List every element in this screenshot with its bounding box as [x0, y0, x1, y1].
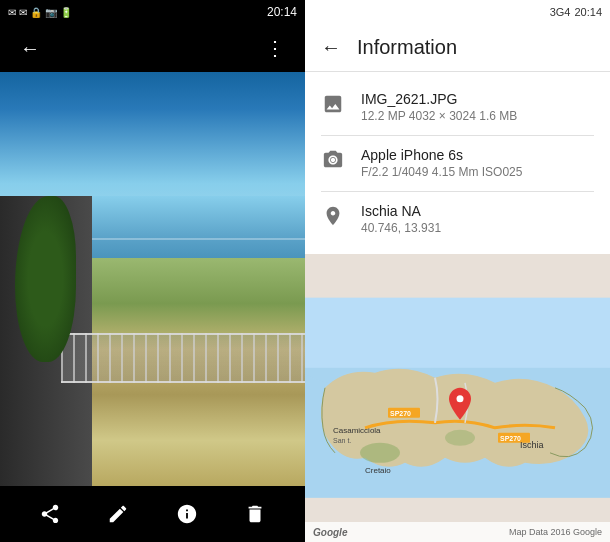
- left-toolbar: ← ⋮: [0, 24, 305, 72]
- image-info-item: IMG_2621.JPG 12.2 MP 4032 × 3024 1.6 MB: [305, 80, 610, 135]
- map-date: Map Data 2016 Google: [509, 527, 602, 537]
- info-back-button[interactable]: ←: [313, 30, 349, 66]
- more-options-button[interactable]: ⋮: [257, 30, 293, 66]
- msg-icon: ✉: [8, 7, 16, 18]
- right-status-bar: 3G4 20:14: [305, 0, 610, 24]
- svg-text:Ischia: Ischia: [520, 440, 544, 450]
- left-bottom-bar: [0, 486, 305, 542]
- image-info-text: IMG_2621.JPG 12.2 MP 4032 × 3024 1.6 MB: [361, 90, 517, 125]
- lock-icon: 🔒: [30, 7, 42, 18]
- svg-text:SP270: SP270: [500, 435, 521, 442]
- info-button[interactable]: [167, 494, 207, 534]
- location-coords: 40.746, 13.931: [361, 221, 441, 237]
- location-info-text: Ischia NA 40.746, 13.931: [361, 202, 441, 237]
- right-toolbar: ← Information: [305, 24, 610, 72]
- svg-text:San t.: San t.: [333, 437, 351, 444]
- photo-viewer-panel: ✉ ✉ 🔒 📷 🔋 20:14 ← ⋮: [0, 0, 305, 542]
- info-title: Information: [357, 36, 457, 59]
- left-status-icons: ✉ ✉ 🔒 📷 🔋: [8, 7, 72, 18]
- photo-display: [0, 72, 305, 486]
- map-attribution-bar: Google Map Data 2016 Google: [305, 522, 610, 542]
- svg-text:Casamicciola: Casamicciola: [333, 426, 381, 435]
- info-list: IMG_2621.JPG 12.2 MP 4032 × 3024 1.6 MB …: [305, 72, 610, 254]
- camera-icon: [321, 148, 345, 172]
- camera-info-text: Apple iPhone 6s F/2.2 1/4049 4.15 Mm ISO…: [361, 146, 522, 181]
- google-logo: Google: [313, 527, 347, 538]
- svg-point-13: [360, 443, 400, 463]
- left-time: 20:14: [267, 5, 297, 19]
- location-name: Ischia NA: [361, 202, 441, 220]
- svg-text:SP270: SP270: [390, 410, 411, 417]
- mail-icon: ✉: [19, 7, 27, 18]
- left-status-bar: ✉ ✉ 🔒 📷 🔋 20:14: [0, 0, 305, 24]
- svg-point-14: [445, 430, 475, 446]
- image-icon: [321, 92, 345, 116]
- svg-rect-2: [305, 298, 610, 368]
- share-button[interactable]: [30, 494, 70, 534]
- location-info-item: Ischia NA 40.746, 13.931: [305, 192, 610, 247]
- camera-status-icon: 📷: [45, 7, 57, 18]
- right-signal: 3G4: [550, 6, 571, 18]
- location-icon: [321, 204, 345, 228]
- photo-plant: [15, 196, 76, 362]
- image-details: 12.2 MP 4032 × 3024 1.6 MB: [361, 109, 517, 125]
- camera-model: Apple iPhone 6s: [361, 146, 522, 164]
- camera-settings: F/2.2 1/4049 4.15 Mm ISO025: [361, 165, 522, 181]
- photo-container: [0, 72, 305, 486]
- svg-text:Cretaio: Cretaio: [365, 466, 391, 475]
- back-button[interactable]: ←: [12, 30, 48, 66]
- right-time: 20:14: [574, 6, 602, 18]
- camera-info-item: Apple iPhone 6s F/2.2 1/4049 4.15 Mm ISO…: [305, 136, 610, 191]
- map-display: SP270 SP270 SP270 SP270 Casamicciola San…: [305, 254, 610, 542]
- info-panel: 3G4 20:14 ← Information IMG_2621.JPG 12.…: [305, 0, 610, 542]
- map-container[interactable]: SP270 SP270 SP270 SP270 Casamicciola San…: [305, 254, 610, 542]
- image-filename: IMG_2621.JPG: [361, 90, 517, 108]
- delete-button[interactable]: [235, 494, 275, 534]
- edit-button[interactable]: [98, 494, 138, 534]
- svg-point-16: [457, 396, 464, 403]
- battery-icon: 🔋: [60, 7, 72, 18]
- photo-railing: [61, 333, 305, 383]
